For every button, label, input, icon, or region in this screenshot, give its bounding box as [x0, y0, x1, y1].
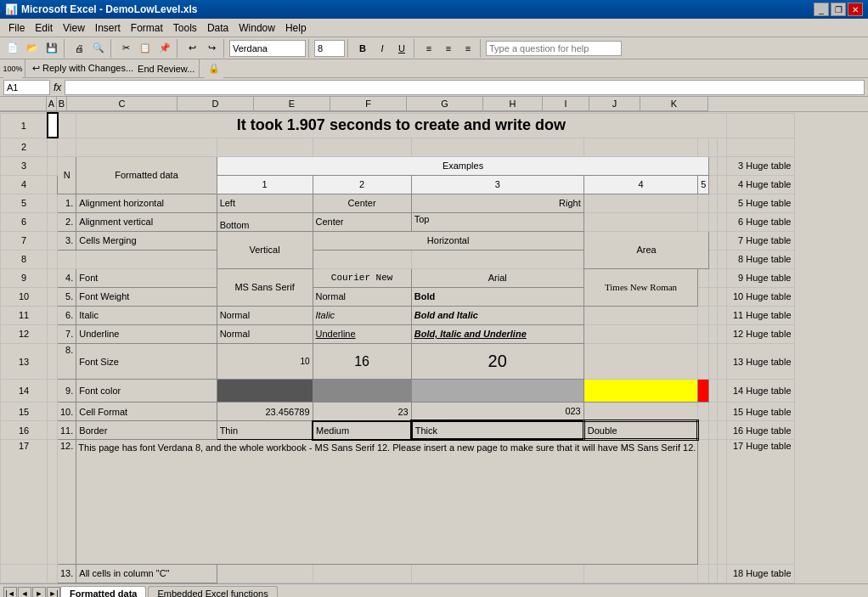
italic-button[interactable]: I: [373, 39, 392, 58]
cell-j3[interactable]: [718, 156, 726, 175]
col-header-f[interactable]: F: [330, 97, 407, 111]
cell-j13[interactable]: [718, 343, 726, 380]
cell-k11[interactable]: 11 Huge table: [726, 306, 794, 324]
cell-h17[interactable]: [698, 440, 709, 565]
cell-b10[interactable]: 5.: [58, 287, 76, 306]
cell-k7[interactable]: 7 Huge table: [726, 231, 794, 250]
cell-f15[interactable]: 023: [411, 403, 583, 421]
cell-a15[interactable]: [48, 403, 58, 421]
cell-e16-medium[interactable]: Medium: [313, 421, 411, 440]
cell-j14[interactable]: [718, 380, 726, 403]
menu-view[interactable]: View: [58, 20, 90, 36]
cell-d12-normal[interactable]: Normal: [217, 324, 313, 343]
close-button[interactable]: ✕: [848, 3, 863, 16]
cell-e18[interactable]: [313, 564, 411, 583]
cell-b15[interactable]: 10.: [58, 403, 76, 421]
new-button[interactable]: 📄: [3, 39, 22, 58]
col-header-g[interactable]: G: [407, 97, 483, 111]
cell-k16[interactable]: 16 Huge table: [726, 421, 794, 440]
cell-e12-underline[interactable]: Underline: [313, 324, 411, 343]
cell-b5[interactable]: 1.: [58, 194, 76, 212]
align-right-button[interactable]: ≡: [459, 39, 477, 58]
cell-k4[interactable]: 4 Huge table: [726, 175, 794, 194]
cell-b17[interactable]: 12.: [58, 440, 76, 565]
cell-k1[interactable]: [726, 113, 794, 138]
cell-b2[interactable]: [58, 138, 76, 156]
cell-c16[interactable]: Border: [76, 421, 217, 440]
cell-h18[interactable]: [698, 564, 709, 583]
tab-scroll-last[interactable]: ►|: [47, 587, 60, 598]
cell-a1[interactable]: [48, 113, 58, 138]
cell-e14-medgray[interactable]: [313, 380, 411, 403]
align-left-button[interactable]: ≡: [420, 39, 438, 58]
cell-e10-normal[interactable]: Normal: [313, 287, 411, 306]
minimize-button[interactable]: _: [814, 3, 829, 16]
cell-c14[interactable]: Font color: [76, 380, 217, 403]
menu-edit[interactable]: Edit: [30, 20, 58, 36]
cell-h9[interactable]: [698, 268, 709, 287]
cell-f5[interactable]: Right: [411, 194, 583, 212]
cell-h12[interactable]: [698, 324, 709, 343]
menu-file[interactable]: File: [3, 20, 30, 36]
col-header-e[interactable]: E: [254, 97, 330, 111]
cell-g12[interactable]: [583, 324, 698, 343]
undo-button[interactable]: ↩: [183, 39, 201, 58]
cell-c17-text[interactable]: This page has font Verdana 8, and the wh…: [76, 440, 698, 565]
cell-e9-courier[interactable]: Courier New: [313, 268, 411, 287]
cell-f11-bolditalic[interactable]: Bold and Italic: [411, 306, 583, 324]
cell-b8[interactable]: [58, 250, 76, 268]
zoom-button[interactable]: 100%: [3, 59, 22, 78]
cell-k13[interactable]: 13 Huge table: [726, 343, 794, 380]
cell-b9[interactable]: 4.: [58, 268, 76, 287]
cell-f8[interactable]: [411, 250, 583, 268]
font-name-input[interactable]: [229, 40, 306, 57]
cell-g18[interactable]: [583, 564, 698, 583]
cell-f10-bold[interactable]: Bold: [411, 287, 583, 306]
cell-a10[interactable]: [48, 287, 58, 306]
col-header-b[interactable]: B: [57, 97, 67, 111]
cell-j17[interactable]: [718, 440, 726, 565]
col-header-i[interactable]: I: [543, 97, 589, 111]
cell-d5[interactable]: Left: [217, 194, 313, 212]
cell-i2[interactable]: [709, 138, 718, 156]
cell-j9[interactable]: [718, 268, 726, 287]
cell-f2[interactable]: [411, 138, 583, 156]
cell-a3[interactable]: [48, 156, 58, 175]
cell-i4[interactable]: [709, 175, 718, 194]
cell-b13[interactable]: 8.: [58, 343, 76, 380]
bold-button[interactable]: B: [353, 39, 372, 58]
cell-c7[interactable]: Cells Merging: [76, 231, 217, 250]
cell-d18[interactable]: [217, 564, 313, 583]
cell-j16[interactable]: [718, 421, 726, 440]
cell-k12[interactable]: 12 Huge table: [726, 324, 794, 343]
cell-k14[interactable]: 14 Huge table: [726, 380, 794, 403]
cell-b3-n[interactable]: N: [58, 156, 76, 194]
cell-h15[interactable]: [698, 403, 709, 421]
cell-f4[interactable]: 3: [411, 175, 583, 194]
menu-format[interactable]: Format: [126, 20, 168, 36]
cell-i15[interactable]: [709, 403, 718, 421]
sheet-tab-formatted[interactable]: Formatted data: [60, 586, 146, 597]
cell-a18[interactable]: [48, 564, 58, 583]
cell-j2[interactable]: [718, 138, 726, 156]
cell-reference-input[interactable]: [3, 80, 50, 95]
cell-c3-formatted[interactable]: Formatted data: [76, 156, 217, 194]
cell-h16[interactable]: [698, 421, 709, 440]
cell-a16[interactable]: [48, 421, 58, 440]
cell-i3[interactable]: [709, 156, 718, 175]
cell-c5[interactable]: Alignment horizontal: [76, 194, 217, 212]
cell-h6[interactable]: [698, 212, 709, 231]
col-header-a[interactable]: A: [47, 97, 57, 111]
cell-f6[interactable]: Top: [411, 212, 583, 231]
cell-k17[interactable]: 17 Huge table: [726, 440, 794, 565]
cell-c13[interactable]: Font Size: [76, 343, 217, 380]
tab-scroll-first[interactable]: |◄: [3, 587, 17, 598]
restore-button[interactable]: ❐: [831, 3, 846, 16]
cell-d9-mssans[interactable]: MS Sans Serif: [217, 268, 313, 306]
cell-j18[interactable]: [718, 564, 726, 583]
cell-a9[interactable]: [48, 268, 58, 287]
formula-input[interactable]: [65, 80, 865, 95]
cell-d3-examples[interactable]: Examples: [217, 156, 709, 175]
cell-e13[interactable]: 16: [313, 343, 411, 380]
cell-a11[interactable]: [48, 306, 58, 324]
